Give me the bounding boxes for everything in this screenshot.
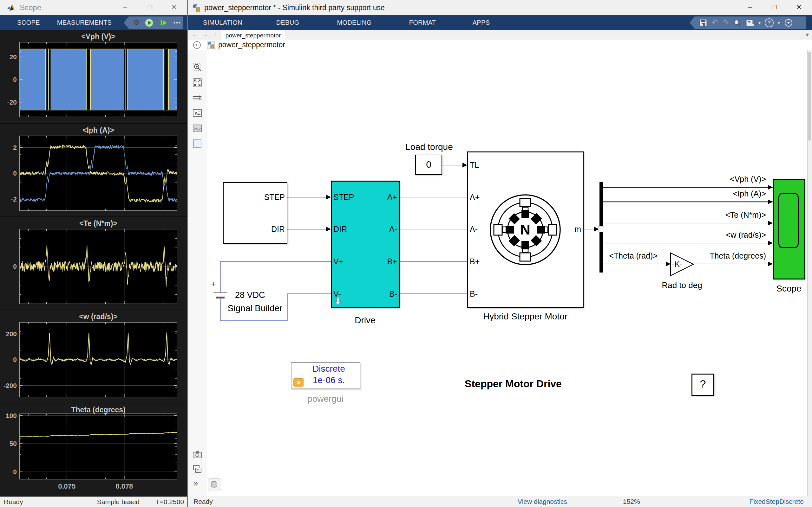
add-block-icon[interactable]: ✱ bbox=[745, 19, 754, 27]
scope-screen-icon bbox=[778, 193, 799, 248]
zoom-level: 152% bbox=[623, 496, 640, 507]
close-icon[interactable]: ✕ bbox=[787, 0, 811, 15]
help-icon[interactable]: ? bbox=[765, 18, 774, 27]
fit-to-view-icon[interactable] bbox=[193, 78, 202, 88]
save-icon[interactable] bbox=[699, 19, 707, 27]
solver-name[interactable]: FixedStepDiscrete bbox=[749, 496, 804, 507]
close-icon[interactable]: ✕ bbox=[162, 0, 186, 15]
document-tab-bar: ← → ↑ power_steppermotor ▾ bbox=[188, 30, 812, 40]
collapse-ribbon-icon[interactable] bbox=[784, 18, 793, 27]
simulink-window: power_steppermotor * - Simulink third pa… bbox=[188, 0, 812, 507]
scope-window-title: Scope bbox=[20, 0, 41, 15]
step-forward-icon[interactable] bbox=[158, 18, 168, 28]
diagram-title: Stepper Motor Drive bbox=[450, 379, 577, 389]
run-icon[interactable] bbox=[144, 18, 154, 28]
image-annotation-icon[interactable] bbox=[193, 124, 202, 133]
svg-text:A: A bbox=[194, 111, 198, 116]
viewmarks-icon[interactable] bbox=[193, 464, 202, 474]
simulation-settings-icon[interactable]: ⚙ bbox=[133, 18, 140, 27]
iph-plot: 20-2 bbox=[0, 124, 187, 217]
port-label: B+ bbox=[470, 257, 479, 266]
signal-label: <Theta (rad)> bbox=[556, 251, 658, 261]
hide-browser-icon[interactable] bbox=[193, 41, 201, 49]
plot-panel-te: <Te (N*m)> 0 bbox=[0, 216, 187, 309]
signal-label: <Te (N*m)> bbox=[664, 210, 766, 220]
chevron-down-icon[interactable]: ▾ bbox=[778, 20, 780, 25]
minimize-icon[interactable]: – bbox=[113, 0, 137, 15]
port-label: m bbox=[549, 224, 581, 234]
svg-text:2: 2 bbox=[13, 144, 17, 151]
annotation-icon[interactable]: A bbox=[193, 108, 202, 118]
back-icon[interactable]: ← bbox=[192, 30, 198, 40]
ribbon-tab-apps[interactable]: APPS bbox=[467, 15, 496, 30]
block-label: Scope bbox=[757, 284, 807, 293]
w-plot: 2000-200 bbox=[0, 310, 187, 403]
model-main-area: A » bbox=[188, 50, 812, 496]
area-box-icon[interactable] bbox=[193, 139, 202, 148]
scope-toolstrip: SCOPE MEASUREMENTS ⚙ bbox=[0, 15, 187, 30]
chevron-down-icon[interactable]: ▾ bbox=[758, 20, 761, 25]
svg-text:N: N bbox=[520, 222, 530, 237]
scope-block[interactable] bbox=[773, 179, 805, 279]
hide-annotations-button[interactable] bbox=[208, 478, 221, 491]
svg-text:✱: ✱ bbox=[752, 23, 754, 27]
undo-icon[interactable]: ↶ bbox=[711, 18, 718, 27]
powergui-line2: 1e-06 s. bbox=[298, 376, 360, 385]
block-label: Load torque bbox=[394, 142, 464, 152]
maximize-icon[interactable]: ❐ bbox=[138, 0, 162, 15]
plot-title: <Vph (V)> bbox=[20, 32, 177, 41]
svg-text:0.078: 0.078 bbox=[115, 482, 133, 490]
signal-routing-icon[interactable] bbox=[193, 93, 202, 103]
minimize-icon[interactable]: – bbox=[738, 0, 762, 15]
svg-text:-200: -200 bbox=[3, 382, 17, 389]
breadcrumb[interactable]: power_steppermotor bbox=[218, 40, 285, 50]
more-options-icon[interactable] bbox=[172, 18, 182, 27]
forward-icon[interactable]: → bbox=[202, 30, 208, 40]
plot-title: Theta (degrees) bbox=[20, 406, 177, 414]
port-label: A- bbox=[470, 224, 478, 234]
tab-list-icon[interactable]: ▾ bbox=[806, 30, 809, 40]
plot-panel-w: <w (rad/s)> 2000-200 bbox=[0, 309, 187, 403]
powergui-block[interactable]: Discrete 1e-06 s. S bbox=[291, 362, 360, 389]
load-torque-constant-block[interactable]: 0 bbox=[415, 155, 442, 175]
maximize-icon[interactable]: ❐ bbox=[763, 0, 787, 15]
view-diagnostics-link[interactable]: View diagnostics bbox=[518, 496, 567, 507]
help-block[interactable]: ? bbox=[692, 374, 714, 396]
zoom-select-icon[interactable] bbox=[193, 63, 202, 72]
port-label: V- bbox=[334, 289, 341, 298]
search-icon[interactable] bbox=[733, 19, 741, 27]
scope-plot-area: <Vph (V)> 200-20 <Iph (A)> 20-2 <Te (N*m… bbox=[0, 30, 187, 497]
ribbon-tab-format[interactable]: FORMAT bbox=[403, 15, 442, 30]
doc-tab-power-steppermotor[interactable]: power_steppermotor bbox=[221, 30, 285, 40]
block-label: Drive bbox=[334, 316, 397, 325]
ribbon-tab-simulation[interactable]: SIMULATION bbox=[194, 15, 251, 30]
plot-panel-iph: <Iph (A)> 20-2 bbox=[0, 123, 187, 216]
expand-palette-icon[interactable]: » bbox=[194, 478, 198, 488]
canvas-vertical-scrollbar[interactable] bbox=[807, 50, 812, 496]
signal-label: <w (rad/s)> bbox=[664, 230, 766, 239]
block-label: Hybrid Stepper Motor bbox=[462, 312, 589, 321]
svg-text:200: 200 bbox=[6, 330, 17, 337]
model-icon bbox=[207, 41, 215, 49]
ribbon-tab-debug[interactable]: DEBUG bbox=[270, 15, 305, 30]
constant-value: 0 bbox=[416, 160, 442, 169]
tab-scope[interactable]: SCOPE bbox=[9, 15, 48, 30]
signal-label: Theta (degrees) bbox=[664, 251, 766, 261]
svg-text:50: 50 bbox=[9, 440, 17, 447]
signal-label: <Vph (V)> bbox=[664, 174, 766, 184]
screenshot-icon[interactable] bbox=[193, 450, 202, 459]
svg-text:0: 0 bbox=[13, 170, 17, 177]
signal-builder-block[interactable] bbox=[223, 182, 287, 244]
port-label: DIR bbox=[237, 224, 285, 234]
redo-icon[interactable]: ↷ bbox=[722, 18, 729, 27]
svg-text:-20: -20 bbox=[7, 99, 17, 106]
model-canvas[interactable]: 0 N Discrete 1e-06 s. S ? STEP DIR STEP … bbox=[207, 50, 807, 496]
up-icon[interactable]: ↑ bbox=[214, 30, 217, 40]
tab-measurements[interactable]: MEASUREMENTS bbox=[56, 15, 113, 30]
port-label: B- bbox=[470, 289, 478, 298]
block-label: Signal Builder bbox=[215, 303, 295, 313]
simulink-window-title: power_steppermotor * - Simulink third pa… bbox=[204, 0, 385, 15]
palette-toolbar: A » bbox=[188, 50, 207, 496]
block-label: powergui bbox=[294, 394, 357, 404]
ribbon-tab-modeling[interactable]: MODELING bbox=[331, 15, 378, 30]
